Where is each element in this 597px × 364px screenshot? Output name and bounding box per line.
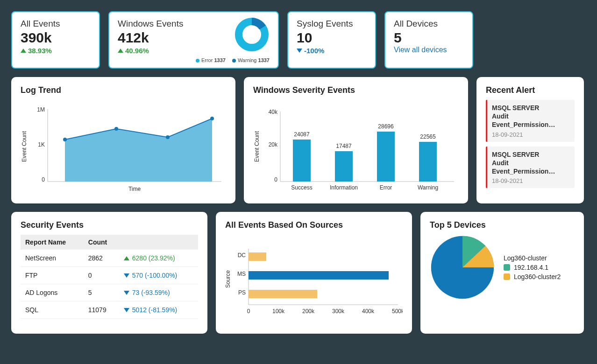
svg-text:1K: 1K	[38, 141, 45, 148]
row-3: Security Events Report Name Count NetScr…	[11, 212, 586, 334]
svg-point-9	[166, 135, 170, 139]
stat-value: 10	[297, 30, 367, 46]
svg-text:17487: 17487	[336, 143, 352, 149]
svg-text:22565: 22565	[420, 133, 436, 140]
caret-up-icon	[21, 49, 26, 53]
svg-text:PS: PS	[238, 289, 246, 296]
stat-value: 390k	[21, 30, 91, 46]
caret-down-icon	[124, 273, 129, 278]
cell-count: 11079	[84, 301, 119, 319]
svg-point-10	[210, 117, 214, 120]
svg-text:0: 0	[274, 176, 277, 183]
stat-title: All Devices	[394, 19, 464, 29]
svg-text:1M: 1M	[37, 106, 45, 113]
svg-text:40k: 40k	[269, 109, 278, 115]
table-row[interactable]: NetScreen28626280 (23.92%)	[21, 250, 198, 267]
stat-title: Syslog Events	[297, 19, 367, 29]
legend-item[interactable]: 192.168.4.1	[504, 264, 561, 271]
stat-card-all-devices[interactable]: All Devices 5 View all devices	[384, 11, 473, 69]
panel-security-events: Security Events Report Name Count NetScr…	[11, 212, 207, 334]
svg-rect-38	[249, 290, 317, 298]
bar-warning: 22565 Warning	[418, 133, 438, 191]
svg-text:Error: Error	[380, 184, 392, 191]
svg-text:Time: Time	[128, 186, 141, 192]
svg-text:DC: DC	[238, 252, 246, 259]
cell-delta: 73 (-93.59%)	[119, 284, 198, 301]
cell-delta: 570 (-100.00%)	[119, 267, 198, 284]
stat-value: 5	[394, 30, 464, 46]
svg-point-8	[114, 127, 118, 131]
stat-card-all-events[interactable]: All Events 390k 38.93%	[11, 11, 100, 69]
stat-delta: -100%	[297, 47, 367, 55]
svg-text:200k: 200k	[302, 308, 315, 315]
panel-log-trend: Log Trend Event Count 1M 1K 0 Time	[11, 77, 235, 203]
panel-title: Top 5 Devices	[430, 220, 575, 230]
cell-name: AD Logons	[21, 284, 84, 301]
panel-recent-alert: Recent Alert MSQL SERVERAudit Event_Perm…	[476, 77, 584, 203]
svg-text:24087: 24087	[294, 131, 310, 138]
pie-legend: Log360-cluster 192.168.4.1 Log360-cluste…	[504, 252, 561, 282]
cell-name: NetScreen	[21, 250, 84, 267]
legend-item[interactable]: Log360-cluster	[504, 254, 561, 262]
svg-rect-18	[293, 140, 311, 182]
donut-legend: Error 1337 Warning 1337	[118, 57, 270, 63]
panel-windows-severity: Windows Severity Events Event Count 40k …	[244, 77, 468, 203]
cell-name: FTP	[21, 267, 84, 284]
table-row[interactable]: FTP0570 (-100.00%)	[21, 267, 198, 284]
caret-up-icon	[118, 49, 123, 53]
legend-item[interactable]: Log360-cluster2	[504, 273, 561, 280]
stat-card-syslog-events[interactable]: Syslog Events 10 -100%	[287, 11, 376, 69]
panel-top5-devices: Top 5 Devices Log360-cluster 192.168.4.1…	[420, 212, 584, 334]
alert-item[interactable]: MSQL SERVERAudit Event_Permission… 18-09…	[486, 147, 575, 189]
svg-rect-24	[377, 132, 395, 182]
svg-rect-37	[249, 271, 389, 280]
svg-rect-36	[249, 252, 266, 261]
stat-card-windows-events[interactable]: Windows Events 412k 40.96% Error 1337 Wa…	[108, 11, 279, 69]
svg-text:100k: 100k	[272, 308, 285, 315]
caret-up-icon	[124, 256, 129, 260]
col-count: Count	[84, 235, 119, 250]
row-2: Log Trend Event Count 1M 1K 0 Time Windo…	[11, 77, 586, 203]
panel-title: Windows Severity Events	[253, 85, 459, 95]
cell-delta: 6280 (23.92%)	[119, 250, 198, 267]
panel-title: All Events Based On Sources	[225, 220, 403, 230]
svg-text:500k: 500k	[392, 308, 403, 315]
view-all-devices-link[interactable]: View all devices	[394, 46, 464, 54]
panel-title: Log Trend	[21, 85, 226, 95]
svg-text:0: 0	[42, 176, 45, 183]
stat-delta: 38.93%	[21, 47, 91, 55]
cell-name: SQL	[21, 301, 84, 319]
sources-chart: Source DC MS PS 0 100k 200k 300k 400k 50…	[225, 235, 403, 323]
caret-down-icon	[124, 291, 129, 295]
donut-chart-icon	[233, 16, 270, 53]
cell-count: 2862	[84, 250, 119, 267]
col-report-name: Report Name	[21, 235, 84, 250]
svg-rect-21	[335, 151, 353, 182]
caret-down-icon	[124, 308, 129, 312]
panel-title: Recent Alert	[486, 85, 575, 95]
bar-error: 28696 Error	[377, 123, 395, 191]
alert-item[interactable]: MSQL SERVERAudit Event_Permission… 18-09…	[486, 100, 575, 142]
panel-title: Security Events	[21, 220, 198, 230]
svg-text:Event Count: Event Count	[254, 131, 260, 162]
svg-text:Source: Source	[225, 270, 231, 288]
svg-text:Event Count: Event Count	[21, 131, 28, 162]
table-row[interactable]: SQL110795012 (-81.59%)	[21, 301, 198, 319]
pie-chart-icon	[430, 235, 495, 300]
svg-text:300k: 300k	[332, 308, 345, 315]
svg-point-7	[63, 138, 67, 141]
svg-text:28696: 28696	[378, 123, 394, 130]
svg-text:20k: 20k	[269, 141, 278, 148]
table-row[interactable]: AD Logons573 (-93.59%)	[21, 284, 198, 301]
bar-information: 17487 Information	[330, 143, 358, 191]
caret-down-icon	[297, 49, 302, 53]
svg-text:MS: MS	[237, 271, 246, 277]
svg-text:Warning: Warning	[418, 184, 438, 191]
windows-severity-chart: Event Count 40k 20k 0 24087 Success 1748…	[253, 100, 459, 193]
svg-text:400k: 400k	[362, 308, 375, 315]
svg-rect-27	[419, 142, 437, 182]
cell-count: 5	[84, 284, 119, 301]
stats-row: All Events 390k 38.93% Windows Events 41…	[11, 11, 586, 69]
log-trend-chart: Event Count 1M 1K 0 Time	[21, 100, 226, 193]
panel-events-by-source: All Events Based On Sources Source DC MS…	[216, 212, 412, 334]
